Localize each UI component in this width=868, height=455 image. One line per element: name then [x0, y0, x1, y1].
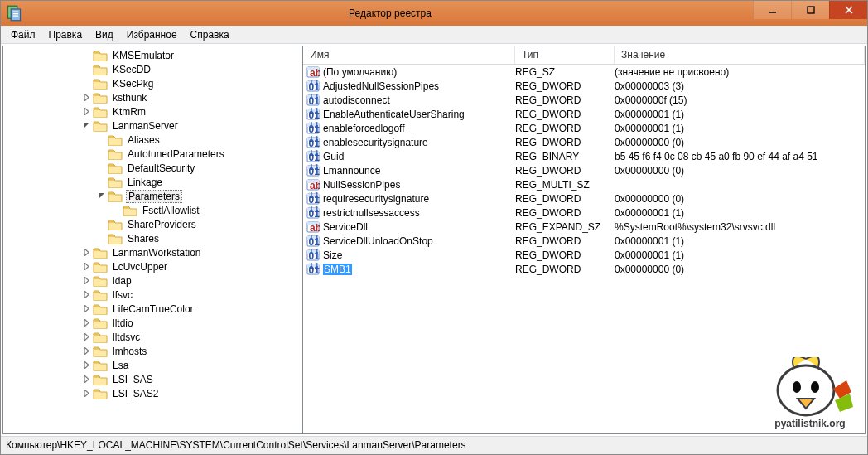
dword-value-icon [306, 192, 320, 206]
value-data: 0x00000001 (1) [615, 249, 865, 261]
tree-spacer [111, 206, 121, 215]
tree-node[interactable]: lfsvc [3, 288, 302, 302]
tree-node[interactable]: Lsa [3, 358, 302, 372]
value-row[interactable]: NullSessionPipesREG_MULTI_SZ [303, 177, 865, 191]
value-row[interactable]: SMB1REG_DWORD0x00000000 (0) [303, 262, 865, 276]
registry-tree[interactable]: KMSEmulatorKSecDDKSecPkgksthunkKtmRmLanm… [3, 46, 303, 433]
titlebar[interactable]: Редактор реестра [1, 1, 867, 26]
value-data: 0x00000000 (0) [615, 193, 865, 205]
value-row[interactable]: restrictnullsessaccessREG_DWORD0x0000000… [303, 206, 865, 220]
list-header[interactable]: Имя Тип Значение [303, 46, 865, 65]
value-row[interactable]: enablesecuritysignatureREG_DWORD0x000000… [303, 135, 865, 149]
value-row[interactable]: requiresecuritysignatureREG_DWORD0x00000… [303, 191, 865, 206]
expand-icon[interactable] [81, 375, 91, 385]
tree-node[interactable]: lmhosts [3, 344, 302, 358]
tree-node[interactable]: LifeCamTrueColor [3, 302, 302, 316]
folder-icon [108, 134, 123, 146]
tree-node[interactable]: lltdio [3, 316, 302, 330]
value-type: REG_DWORD [515, 235, 615, 247]
tree-node[interactable]: KMSEmulator [3, 48, 302, 62]
col-value[interactable]: Значение [615, 46, 865, 64]
tree-node[interactable]: Shares [3, 231, 302, 245]
tree-node[interactable]: KtmRm [3, 104, 302, 119]
expand-icon[interactable] [81, 248, 91, 258]
expand-icon[interactable] [81, 304, 91, 314]
value-name: Lmannounce [323, 165, 380, 177]
value-row[interactable]: AdjustedNullSessionPipesREG_DWORD0x00000… [303, 79, 865, 93]
value-row[interactable]: (По умолчанию)REG_SZ(значение не присвое… [303, 65, 865, 79]
folder-icon [93, 64, 108, 75]
expand-icon[interactable] [81, 107, 91, 117]
value-name: Guid [323, 151, 344, 162]
tree-node-label: Aliases [126, 134, 162, 146]
tree-node[interactable]: Parameters [3, 189, 302, 203]
col-name[interactable]: Имя [303, 46, 515, 64]
tree-node[interactable]: KSecDD [3, 62, 302, 76]
tree-node-label: ldap [111, 275, 133, 287]
tree-node[interactable]: Linkage [3, 175, 302, 189]
tree-node[interactable]: LcUvcUpper [3, 259, 302, 273]
tree-node[interactable]: Aliases [3, 133, 302, 147]
value-data: b5 45 f6 f4 0c 08 cb 45 a0 fb 90 ef 44 a… [615, 151, 865, 162]
expand-icon[interactable] [81, 332, 91, 342]
folder-icon [108, 162, 123, 174]
menu-favorites[interactable]: Избранное [120, 27, 184, 42]
menu-edit[interactable]: Правка [42, 27, 89, 42]
expand-icon[interactable] [81, 346, 91, 356]
value-name: requiresecuritysignature [323, 193, 429, 205]
tree-node[interactable]: LanmanServer [3, 119, 302, 133]
minimize-button[interactable] [753, 1, 791, 19]
tree-spacer [96, 234, 106, 244]
dword-value-icon [306, 263, 320, 276]
value-rows[interactable]: (По умолчанию)REG_SZ(значение не присвое… [303, 65, 865, 433]
value-type: REG_DWORD [515, 80, 615, 92]
value-type: REG_DWORD [515, 264, 615, 275]
tree-node[interactable]: ShareProviders [3, 217, 302, 231]
tree-node[interactable]: LSI_SAS2 [3, 386, 302, 400]
tree-spacer [81, 65, 91, 75]
collapse-icon[interactable] [81, 121, 91, 131]
tree-node-label: Parameters [126, 190, 182, 203]
tree-node[interactable]: FsctlAllowlist [3, 203, 302, 217]
tree-node[interactable]: ksthunk [3, 90, 302, 104]
dword-value-icon [306, 122, 320, 135]
expand-icon[interactable] [81, 290, 91, 300]
value-row[interactable]: GuidREG_BINARYb5 45 f6 f4 0c 08 cb 45 a0… [303, 149, 865, 163]
value-list: Имя Тип Значение (По умолчанию)REG_SZ(зн… [303, 46, 865, 433]
collapse-icon[interactable] [96, 191, 106, 201]
value-row[interactable]: SizeREG_DWORD0x00000001 (1) [303, 248, 865, 262]
value-row[interactable]: LmannounceREG_DWORD0x00000000 (0) [303, 163, 865, 177]
close-button[interactable] [829, 1, 867, 19]
string-value-icon [306, 65, 320, 79]
value-data: (значение не присвоено) [615, 66, 865, 78]
expand-icon[interactable] [81, 361, 91, 370]
tree-node[interactable]: LSI_SAS [3, 372, 302, 386]
expand-icon[interactable] [81, 93, 91, 103]
menu-view[interactable]: Вид [89, 27, 120, 42]
menu-file[interactable]: Файл [4, 27, 42, 42]
value-row[interactable]: enableforcedlogoffREG_DWORD0x00000001 (1… [303, 121, 865, 135]
menu-help[interactable]: Справка [184, 27, 236, 42]
tree-node[interactable]: DefaultSecurity [3, 161, 302, 175]
value-row[interactable]: autodisconnectREG_DWORD0x0000000f (15) [303, 93, 865, 107]
tree-node[interactable]: LanmanWorkstation [3, 245, 302, 259]
value-type: REG_SZ [515, 66, 615, 78]
expand-icon[interactable] [81, 276, 91, 286]
expand-icon[interactable] [81, 318, 91, 328]
value-row[interactable]: EnableAuthenticateUserSharingREG_DWORD0x… [303, 107, 865, 121]
value-name: restrictnullsessaccess [323, 207, 420, 219]
expand-icon[interactable] [81, 389, 91, 399]
dword-value-icon [306, 80, 320, 93]
expand-icon[interactable] [81, 262, 91, 272]
tree-node[interactable]: AutotunedParameters [3, 147, 302, 161]
tree-node[interactable]: KSecPkg [3, 76, 302, 90]
tree-node[interactable]: ldap [3, 273, 302, 288]
tree-node-label: LanmanWorkstation [111, 247, 203, 259]
folder-icon [93, 50, 108, 61]
tree-node-label: Lsa [111, 360, 130, 371]
maximize-button[interactable] [791, 1, 829, 19]
col-type[interactable]: Тип [515, 46, 615, 64]
tree-node[interactable]: lltdsvc [3, 330, 302, 344]
value-row[interactable]: ServiceDllREG_EXPAND_SZ%SystemRoot%\syst… [303, 220, 865, 234]
value-row[interactable]: ServiceDllUnloadOnStopREG_DWORD0x0000000… [303, 234, 865, 248]
